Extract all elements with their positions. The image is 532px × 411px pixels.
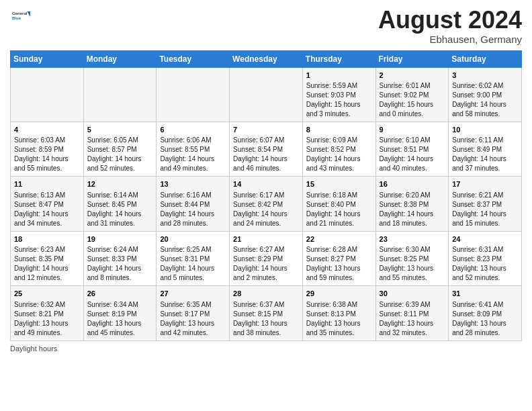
- day-info-text: Sunset: 9:00 PM: [452, 91, 518, 100]
- col-friday: Friday: [375, 50, 449, 67]
- table-row: 2Sunrise: 6:01 AMSunset: 9:02 PMDaylight…: [375, 67, 449, 122]
- day-info-text: Sunset: 8:55 PM: [160, 145, 226, 154]
- day-info-text: and 28 minutes.: [452, 328, 518, 338]
- day-info-text: and 45 minutes.: [87, 328, 153, 338]
- table-row: 21Sunrise: 6:27 AMSunset: 8:29 PMDayligh…: [230, 231, 303, 285]
- title-block: August 2024 Ebhausen, Germany: [378, 7, 522, 45]
- day-info-text: Daylight: 14 hours: [233, 210, 299, 219]
- day-number: 9: [380, 125, 445, 135]
- day-info-text: Sunset: 8:37 PM: [452, 200, 518, 210]
- day-info-text: Sunrise: 6:10 AM: [380, 136, 445, 145]
- calendar-week-row: 1Sunrise: 5:59 AMSunset: 9:03 PMDaylight…: [11, 67, 522, 122]
- page-header: General Blue August 2024 Ebhausen, Germa…: [10, 7, 522, 45]
- table-row: 16Sunrise: 6:20 AMSunset: 8:38 PMDayligh…: [375, 177, 449, 231]
- table-row: 6Sunrise: 6:06 AMSunset: 8:55 PMDaylight…: [157, 122, 230, 176]
- day-info-text: and 37 minutes.: [452, 164, 518, 173]
- table-row: [83, 67, 157, 122]
- day-info-text: Daylight: 13 hours: [452, 264, 518, 273]
- day-info-text: Daylight: 14 hours: [306, 210, 372, 219]
- day-info-text: Sunrise: 6:37 AM: [233, 300, 299, 310]
- day-info-text: Daylight: 13 hours: [87, 319, 153, 328]
- table-row: 1Sunrise: 5:59 AMSunset: 9:03 PMDaylight…: [302, 67, 375, 122]
- day-number: 10: [452, 125, 518, 135]
- day-info-text: Daylight: 15 hours: [306, 100, 372, 109]
- table-row: [230, 67, 303, 122]
- day-info-text: and 21 minutes.: [306, 219, 372, 228]
- day-info-text: and 55 minutes.: [380, 273, 445, 283]
- day-info-text: Sunrise: 6:30 AM: [380, 245, 445, 255]
- day-info-text: Sunrise: 6:13 AM: [14, 191, 80, 200]
- day-info-text: Daylight: 13 hours: [452, 319, 518, 328]
- col-wednesday: Wednesday: [230, 50, 303, 67]
- day-number: 22: [306, 234, 372, 244]
- day-info-text: Sunrise: 6:34 AM: [87, 300, 153, 310]
- day-info-text: Sunrise: 6:02 AM: [452, 81, 518, 91]
- day-info-text: Sunset: 8:19 PM: [87, 310, 153, 319]
- day-info-text: and 24 minutes.: [233, 219, 299, 228]
- day-number: 19: [87, 234, 153, 244]
- day-number: 27: [160, 289, 226, 299]
- day-number: 14: [233, 179, 299, 189]
- col-tuesday: Tuesday: [157, 50, 230, 67]
- table-row: 8Sunrise: 6:09 AMSunset: 8:52 PMDaylight…: [302, 122, 375, 176]
- day-info-text: Daylight: 14 hours: [160, 264, 226, 273]
- day-info-text: and 49 minutes.: [14, 328, 80, 338]
- day-number: 5: [87, 125, 153, 135]
- day-info-text: and 0 minutes.: [380, 109, 445, 119]
- day-info-text: Daylight: 14 hours: [233, 154, 299, 164]
- table-row: 13Sunrise: 6:16 AMSunset: 8:44 PMDayligh…: [157, 177, 230, 231]
- daylight-label: Daylight hours: [10, 345, 57, 353]
- table-row: 7Sunrise: 6:07 AMSunset: 8:54 PMDaylight…: [230, 122, 303, 176]
- col-thursday: Thursday: [302, 50, 375, 67]
- table-row: 27Sunrise: 6:35 AMSunset: 8:17 PMDayligh…: [157, 286, 230, 340]
- table-row: 18Sunrise: 6:23 AMSunset: 8:35 PMDayligh…: [11, 231, 84, 285]
- day-number: 21: [233, 234, 299, 244]
- day-number: 8: [306, 125, 372, 135]
- table-row: 19Sunrise: 6:24 AMSunset: 8:33 PMDayligh…: [83, 231, 157, 285]
- day-info-text: Daylight: 13 hours: [14, 319, 80, 328]
- day-number: 11: [14, 179, 80, 189]
- day-info-text: Daylight: 14 hours: [87, 210, 153, 219]
- svg-text:General: General: [12, 11, 28, 15]
- day-number: 23: [380, 234, 445, 244]
- day-info-text: Sunset: 8:17 PM: [160, 310, 226, 319]
- table-row: 23Sunrise: 6:30 AMSunset: 8:25 PMDayligh…: [375, 231, 449, 285]
- day-info-text: Sunrise: 6:11 AM: [452, 136, 518, 145]
- day-info-text: and 2 minutes.: [233, 273, 299, 283]
- table-row: 24Sunrise: 6:31 AMSunset: 8:23 PMDayligh…: [449, 231, 522, 285]
- day-info-text: Daylight: 13 hours: [380, 264, 445, 273]
- table-row: [157, 67, 230, 122]
- day-info-text: Sunset: 8:44 PM: [160, 200, 226, 210]
- day-info-text: Sunrise: 6:06 AM: [160, 136, 226, 145]
- day-info-text: Sunrise: 6:20 AM: [380, 191, 445, 200]
- day-info-text: and 55 minutes.: [14, 164, 80, 173]
- day-info-text: Sunrise: 6:35 AM: [160, 300, 226, 310]
- day-info-text: and 3 minutes.: [306, 109, 372, 119]
- day-info-text: Sunrise: 6:16 AM: [160, 191, 226, 200]
- day-info-text: and 35 minutes.: [306, 328, 372, 338]
- table-row: 9Sunrise: 6:10 AMSunset: 8:51 PMDaylight…: [375, 122, 449, 176]
- day-info-text: and 58 minutes.: [452, 109, 518, 119]
- table-row: 30Sunrise: 6:39 AMSunset: 8:11 PMDayligh…: [375, 286, 449, 340]
- table-row: 29Sunrise: 6:38 AMSunset: 8:13 PMDayligh…: [302, 286, 375, 340]
- day-info-text: Sunrise: 6:18 AM: [306, 191, 372, 200]
- day-info-text: and 32 minutes.: [380, 328, 445, 338]
- day-info-text: and 40 minutes.: [380, 164, 445, 173]
- day-info-text: and 43 minutes.: [306, 164, 372, 173]
- table-row: 28Sunrise: 6:37 AMSunset: 8:15 PMDayligh…: [230, 286, 303, 340]
- day-info-text: Sunrise: 6:03 AM: [14, 136, 80, 145]
- day-info-text: Daylight: 15 hours: [380, 100, 445, 109]
- day-number: 25: [14, 289, 80, 299]
- table-row: 3Sunrise: 6:02 AMSunset: 9:00 PMDaylight…: [449, 67, 522, 122]
- table-row: 25Sunrise: 6:32 AMSunset: 8:21 PMDayligh…: [11, 286, 84, 340]
- day-number: 1: [306, 71, 372, 81]
- day-info-text: Sunset: 8:42 PM: [233, 200, 299, 210]
- day-info-text: Sunrise: 6:27 AM: [233, 245, 299, 255]
- day-info-text: Daylight: 14 hours: [160, 210, 226, 219]
- day-number: 28: [233, 289, 299, 299]
- day-info-text: Sunset: 9:02 PM: [380, 91, 445, 100]
- table-row: 11Sunrise: 6:13 AMSunset: 8:47 PMDayligh…: [11, 177, 84, 231]
- day-info-text: and 49 minutes.: [160, 164, 226, 173]
- day-info-text: Sunset: 8:15 PM: [233, 310, 299, 319]
- logo-icon: General Blue: [12, 7, 31, 26]
